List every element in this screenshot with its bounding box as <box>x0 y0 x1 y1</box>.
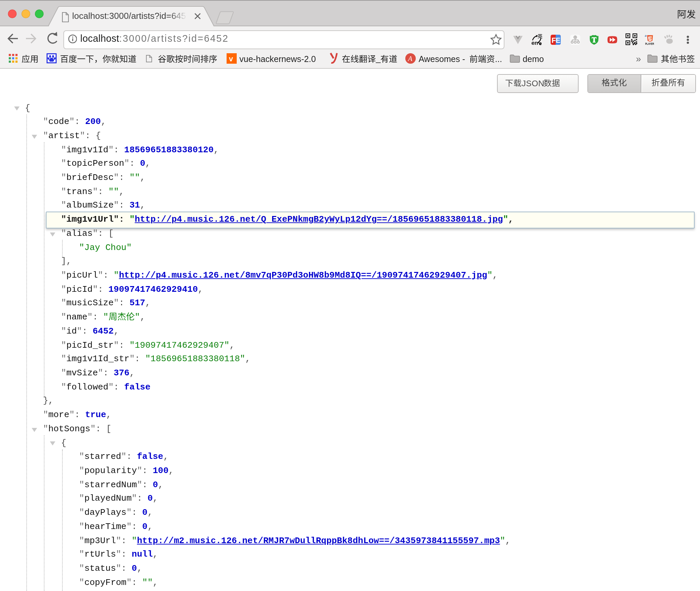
svg-text:E: E <box>556 36 560 44</box>
svg-text:PLAYER: PLAYER <box>645 41 654 45</box>
svg-text:en: en <box>531 39 538 45</box>
svg-text:v: v <box>229 55 233 63</box>
svg-text:A: A <box>407 55 412 63</box>
svg-text:F: F <box>552 36 556 44</box>
